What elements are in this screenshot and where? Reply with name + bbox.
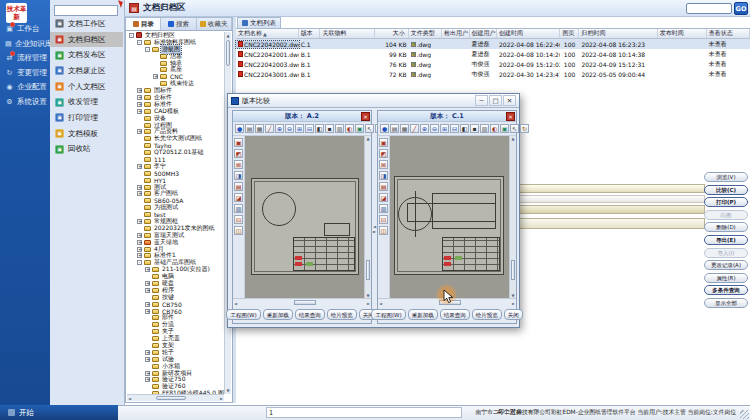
side-action-button[interactable]: 比较(C) (704, 185, 748, 195)
tree-item[interactable]: + 李宁 (127, 163, 224, 170)
tree-item[interactable]: HY1 (127, 177, 224, 184)
markup-tool-icon[interactable]: ⊡ (234, 215, 243, 224)
viewer-tool-icon[interactable]: ⊟ (305, 124, 314, 133)
expand-toggle-icon[interactable]: - (137, 40, 142, 45)
expand-toggle-icon[interactable]: + (137, 219, 142, 224)
expand-toggle-icon[interactable]: + (145, 288, 150, 293)
module-item[interactable]: ▣ 回收站 (50, 142, 123, 158)
table-row[interactable]: CNC22043001.dwg B.1 72 KB .dwg 韦俊强 2022-… (236, 69, 750, 79)
expand-toggle-icon[interactable]: + (145, 350, 150, 355)
viewer-tool-icon[interactable]: ▪ (325, 124, 334, 133)
markup-tool-icon[interactable]: ◨ (234, 171, 243, 180)
markup-tool-icon[interactable]: ▣ (379, 138, 388, 147)
panel-button[interactable]: 重新加载 (408, 309, 438, 320)
expand-toggle-icon[interactable]: + (145, 357, 150, 362)
column-header[interactable]: 查看状态 (707, 29, 750, 38)
tree-item[interactable]: 部件 (127, 315, 224, 322)
viewer-tool-icon[interactable]: ● (235, 124, 244, 133)
primary-nav-item[interactable]: ⚙ 系统设置 (0, 95, 50, 110)
expand-toggle-icon[interactable]: + (137, 129, 142, 134)
tree-item[interactable]: + 轮子 (127, 349, 224, 356)
markup-tool-icon[interactable]: ▤ (379, 182, 388, 191)
panel-close-icon[interactable]: ✕ (361, 112, 370, 121)
viewer-tool-icon[interactable]: ▥ (335, 124, 344, 133)
minimize-button[interactable]: ─ (475, 95, 488, 106)
viewer-tool-icon[interactable]: ◐ (490, 124, 499, 133)
side-action-button[interactable]: 导出(E) (704, 235, 748, 245)
column-header[interactable]: 版本 (299, 29, 321, 38)
panel-button[interactable]: 工程图(W) (371, 309, 405, 320)
column-header[interactable]: 文件类型 (409, 29, 442, 38)
table-row[interactable]: CNC22042003.dwg B.1 76 KB .dwg 韦俊强 2022-… (236, 59, 750, 69)
side-action-button[interactable]: 白图 (704, 210, 748, 220)
expand-toggle-icon[interactable]: + (145, 377, 150, 382)
tree-tab[interactable]: 收藏夹 (197, 18, 232, 30)
canvas-vertical-scrollbar[interactable]: ▲ ▼ (509, 136, 516, 298)
expand-toggle-icon[interactable]: + (137, 88, 142, 93)
viewer-tool-icon[interactable]: ↖ (510, 124, 519, 133)
primary-nav-item[interactable]: ▤ 企业知识库 (0, 37, 50, 52)
module-item[interactable]: ▣ 打印管理 (50, 110, 123, 126)
viewer-tool-icon[interactable]: ▣ (500, 124, 509, 133)
side-action-button[interactable]: 浏览(V) (704, 172, 748, 182)
expand-toggle-icon[interactable]: - (145, 47, 150, 52)
window-titlebar[interactable]: 版本比较 ─ □ ✕ (228, 94, 519, 108)
expand-toggle-icon[interactable]: + (145, 371, 150, 376)
primary-nav-item[interactable]: ↻ 变更管理 (0, 66, 50, 81)
expand-toggle-icon[interactable]: + (137, 240, 142, 245)
tree-item[interactable]: + 硬盘 (127, 280, 224, 287)
primary-nav-item[interactable]: ▣ 工作台 (0, 22, 50, 37)
viewer-tool-icon[interactable]: ╱ (265, 124, 274, 133)
sidebar-search-input[interactable] (54, 5, 118, 16)
expand-toggle-icon[interactable]: - (129, 33, 134, 38)
viewer-tool-icon[interactable]: ⊖ (285, 124, 294, 133)
side-action-button[interactable]: 显示全部 (704, 298, 748, 308)
column-header[interactable]: 发布时间 (658, 29, 707, 38)
tree-tab[interactable]: 搜索 (161, 18, 196, 30)
tree-item[interactable]: 分流 (127, 321, 224, 328)
viewer-tool-icon[interactable]: ▤ (390, 124, 399, 133)
viewer-tool-icon[interactable]: ◧ (460, 124, 469, 133)
start-area[interactable]: 开始 (0, 405, 118, 420)
column-header[interactable]: 大小 (375, 29, 408, 38)
expand-toggle-icon[interactable]: + (145, 281, 150, 286)
go-button[interactable]: GO (734, 2, 748, 15)
markup-tool-icon[interactable]: ▤ (234, 182, 243, 191)
table-row[interactable]: CNC22042001.dwg B.1 99 KB .dwg 夏进磊 2022-… (236, 49, 750, 59)
viewer-tool-icon[interactable]: ╱ (410, 124, 419, 133)
expand-toggle-icon[interactable]: + (145, 267, 150, 272)
markup-tool-icon[interactable]: ⊠ (234, 160, 243, 169)
expand-toggle-icon[interactable]: + (137, 247, 142, 252)
expand-toggle-icon[interactable]: + (137, 164, 142, 169)
tree-item[interactable]: 按键 (127, 294, 224, 301)
panel-button[interactable]: 工程图(W) (226, 309, 260, 320)
drawing-canvas-b[interactable] (390, 136, 509, 298)
expand-toggle-icon[interactable]: + (137, 191, 142, 196)
viewer-tool-icon[interactable]: ▤ (245, 124, 254, 133)
markup-tool-icon[interactable]: ◫ (379, 226, 388, 235)
column-header[interactable]: 创建时间 (497, 29, 560, 38)
tree-item[interactable]: 为德测试 (127, 204, 224, 211)
markup-tool-icon[interactable]: ◫ (234, 226, 243, 235)
primary-nav-item[interactable]: ◉ 企业配置 (0, 80, 50, 95)
module-item[interactable]: ▣ 文档废止区 (50, 63, 123, 79)
panel-button[interactable]: 重新加载 (263, 309, 293, 320)
canvas-vertical-scrollbar[interactable]: ▲ ▼ (364, 136, 371, 298)
viewer-tool-icon[interactable]: ↖ (365, 124, 374, 133)
side-action-button[interactable]: 更改记录(A) (704, 260, 748, 270)
viewer-tool-icon[interactable]: ◐ (345, 124, 354, 133)
viewer-tool-icon[interactable]: ▪ (470, 124, 479, 133)
expand-toggle-icon[interactable]: + (137, 185, 142, 190)
panel-button[interactable]: 绘片预览 (472, 309, 502, 320)
panel-close-icon[interactable]: ✕ (506, 112, 515, 121)
table-row[interactable]: CNC22042002.dwg C.1 104 KB .dwg 夏进磊 2022… (236, 39, 750, 49)
module-item[interactable]: ▣ 文档发布区 (50, 47, 123, 63)
markup-tool-icon[interactable]: ▥ (234, 204, 243, 213)
viewer-tool-icon[interactable]: ▦ (255, 124, 264, 133)
module-item[interactable]: ▣ 文档工作区 (50, 16, 123, 32)
viewer-tool-icon[interactable]: ◧ (315, 124, 324, 133)
maximize-button[interactable]: □ (489, 95, 502, 106)
tree-item[interactable]: + 企标件 (127, 94, 224, 101)
viewer-tool-icon[interactable]: ⊕ (275, 124, 284, 133)
viewer-tool-icon[interactable]: ↻ (520, 124, 529, 133)
